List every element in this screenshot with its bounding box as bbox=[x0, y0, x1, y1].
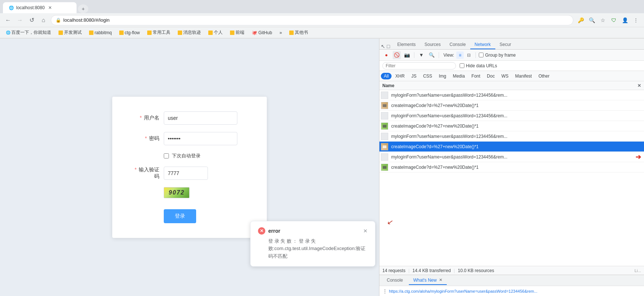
bookmark-rabbitmq[interactable]: rabbitmq bbox=[86, 29, 115, 36]
captcha-input[interactable] bbox=[164, 167, 208, 180]
bookmark-dev-label: 开发测试 bbox=[64, 29, 82, 36]
forward-button[interactable]: → bbox=[15, 16, 24, 25]
bookmark-dev[interactable]: 开发测试 bbox=[56, 29, 85, 36]
bookmark-baidu[interactable]: 🌐 百度一下，你就知道 bbox=[3, 29, 54, 36]
whats-new-close-button[interactable]: ✕ bbox=[439, 278, 442, 282]
resources-size: 10.0 KB resources bbox=[458, 268, 494, 273]
camera-button[interactable]: 📷 bbox=[403, 51, 411, 59]
filter-button[interactable]: ▼ bbox=[417, 51, 425, 59]
rect-icon[interactable]: □ bbox=[387, 43, 390, 49]
bookmark-messages[interactable]: 消息轨迹 bbox=[175, 29, 204, 36]
status-extra: Li... bbox=[634, 268, 641, 273]
bookmark-more[interactable]: » bbox=[276, 29, 285, 36]
type-js[interactable]: JS bbox=[408, 73, 420, 79]
type-font[interactable]: Font bbox=[468, 73, 483, 79]
active-tab[interactable]: 🌐 localhost:8080 ✕ bbox=[3, 2, 77, 13]
required-star: * bbox=[140, 115, 142, 121]
tab-console[interactable]: Console bbox=[445, 40, 470, 49]
large-view-button[interactable]: ⊟ bbox=[465, 51, 473, 59]
new-tab-button[interactable]: + bbox=[78, 4, 88, 13]
url-bar[interactable]: 🔒 localhost:8080/#/login bbox=[51, 15, 573, 25]
tab-close[interactable]: ✕ bbox=[48, 5, 52, 10]
tab-elements[interactable]: Elements bbox=[393, 40, 420, 49]
username-input[interactable] bbox=[164, 111, 237, 125]
tab-console-bottom[interactable]: Console bbox=[382, 276, 407, 285]
row-name: createImageCode?d=%27+new%20Date()*1 bbox=[391, 165, 643, 170]
password-input[interactable] bbox=[164, 132, 237, 145]
shield-icon[interactable]: 🛡 bbox=[609, 16, 618, 25]
remember-label: 下次自动登录 bbox=[172, 153, 201, 159]
error-body: 登 录 失 败 ： 登 录 失败:com.ctg.test.util.Image… bbox=[258, 238, 368, 260]
type-img[interactable]: Img bbox=[436, 73, 449, 79]
row-name: createImageCode?d=%27+new%20Date()*1 bbox=[391, 124, 643, 129]
network-row[interactable]: ▓▓ createImageCode?d=%27+new%20Date()*1 bbox=[379, 100, 644, 111]
bookmark-frontend[interactable]: 前端 bbox=[227, 29, 247, 36]
close-devtools-button[interactable]: ✕ bbox=[619, 83, 641, 88]
cursor-icon[interactable]: ↖ bbox=[381, 43, 385, 49]
network-row[interactable]: myloginForm?userName=user&passWord=12344… bbox=[379, 111, 644, 121]
toolbar-separator-2 bbox=[439, 52, 439, 58]
bookmarks-bar: 🌐 百度一下，你就知道 开发测试 rabbitmq ctg-flow 常用工具 … bbox=[0, 27, 644, 38]
network-row[interactable]: ▓▓ createImageCode?d=%27+new%20Date()*1 bbox=[379, 121, 644, 131]
hide-data-urls-checkbox[interactable] bbox=[460, 63, 464, 68]
hide-data-urls-option: Hide data URLs bbox=[460, 63, 497, 68]
row-thumbnail: ▓▓ bbox=[381, 164, 388, 171]
search-button[interactable]: 🔍 bbox=[428, 51, 436, 59]
type-filter-bar: All XHR JS CSS Img Media Font Doc WS Man… bbox=[379, 71, 644, 81]
captcha-input-area bbox=[164, 167, 208, 180]
row-thumbnail: ▓▓ bbox=[381, 122, 388, 130]
bookmark-github[interactable]: 🐙 GitHub bbox=[249, 29, 275, 36]
network-filter-input[interactable] bbox=[382, 62, 456, 69]
row-thumbnail bbox=[381, 153, 388, 161]
devtools-tabs: ↖ □ Elements Sources Console Network Sec… bbox=[379, 39, 644, 50]
network-row[interactable]: myloginForm?userName=user&passWord=12344… bbox=[379, 90, 644, 100]
folder-icon bbox=[178, 31, 182, 35]
type-xhr[interactable]: XHR bbox=[392, 73, 407, 79]
devtools-bottom-bar: ⋮ https://a.ctg.com/aloha/myloginForm?us… bbox=[379, 286, 644, 296]
type-all[interactable]: All bbox=[381, 73, 392, 79]
bookmark-personal[interactable]: 个人 bbox=[205, 29, 226, 36]
type-manifest[interactable]: Manifest bbox=[512, 73, 535, 79]
row-name: myloginForm?userName=user&passWord=12344… bbox=[391, 154, 643, 160]
type-css[interactable]: CSS bbox=[420, 73, 435, 79]
captcha-image[interactable]: 9072 bbox=[164, 187, 190, 198]
folder-icon bbox=[119, 31, 124, 35]
bookmark-tools[interactable]: 常用工具 bbox=[144, 29, 173, 36]
network-row[interactable]: ▓▓ createImageCode?d=%27+new%20Date()*1 bbox=[379, 162, 644, 172]
profile-icon[interactable]: 👤 bbox=[620, 16, 629, 25]
home-button[interactable]: ⌂ bbox=[39, 16, 48, 25]
network-row[interactable]: myloginForm?userName=user&passWord=12344… bbox=[379, 152, 644, 162]
network-row[interactable]: myloginForm?userName=user&passWord=12344… bbox=[379, 131, 644, 142]
bookmark-others[interactable]: 其他书 bbox=[286, 29, 311, 36]
row-thumbnail bbox=[381, 112, 388, 120]
login-button[interactable]: 登录 bbox=[164, 209, 196, 223]
menu-icon[interactable]: ⋮ bbox=[631, 16, 640, 25]
record-button[interactable]: ● bbox=[382, 51, 390, 59]
tab-security[interactable]: Secur bbox=[495, 40, 516, 49]
folder-icon bbox=[89, 31, 93, 35]
type-ws[interactable]: WS bbox=[498, 73, 511, 79]
remember-checkbox[interactable] bbox=[164, 153, 169, 158]
zoom-icon[interactable]: 🔍 bbox=[587, 16, 596, 25]
network-row[interactable]: ▓▓ createImageCode?d=%27+new%20Date()*1 bbox=[379, 142, 644, 152]
row-thumbnail bbox=[381, 133, 388, 140]
error-close-button[interactable]: ✕ bbox=[363, 228, 368, 234]
password-manager-icon[interactable]: 🔑 bbox=[576, 16, 585, 25]
password-row: * 密码 bbox=[131, 132, 248, 145]
type-other[interactable]: Other bbox=[535, 73, 552, 79]
bookmark-ctgflow[interactable]: ctg-flow bbox=[116, 29, 143, 36]
type-doc[interactable]: Doc bbox=[484, 73, 498, 79]
group-by-frame-checkbox[interactable] bbox=[479, 53, 484, 57]
network-rows-container: myloginForm?userName=user&passWord=12344… bbox=[379, 90, 644, 172]
tab-network[interactable]: Network bbox=[470, 40, 495, 49]
devtools-controls: ↖ □ bbox=[381, 43, 390, 49]
list-view-button[interactable]: ≡ bbox=[456, 51, 464, 59]
reload-button[interactable]: ↺ bbox=[27, 16, 36, 25]
back-button[interactable]: ← bbox=[4, 16, 13, 25]
type-media[interactable]: Media bbox=[450, 73, 468, 79]
tab-sources[interactable]: Sources bbox=[420, 40, 445, 49]
three-dots-menu[interactable]: ⋮ bbox=[382, 288, 388, 294]
bookmark-icon[interactable]: ☆ bbox=[598, 16, 607, 25]
tab-whats-new[interactable]: What's New ✕ bbox=[409, 276, 447, 285]
stop-button[interactable]: 🚫 bbox=[393, 51, 401, 59]
